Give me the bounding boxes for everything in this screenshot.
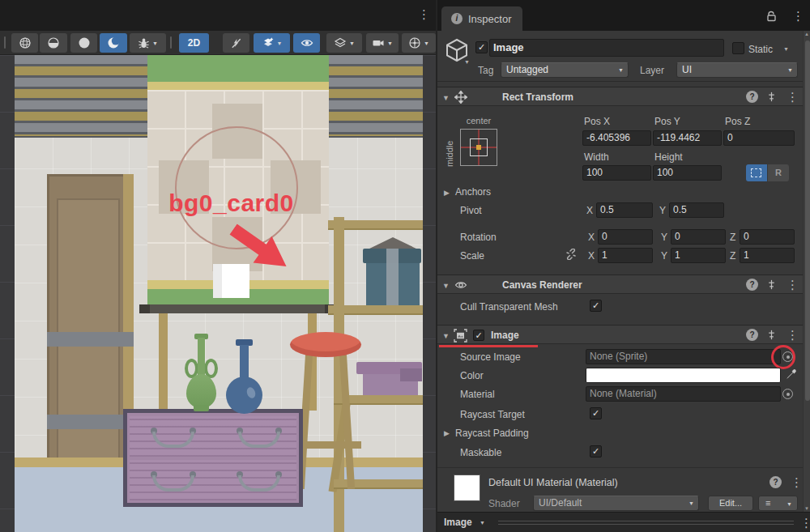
- source-image-field[interactable]: None (Sprite): [586, 349, 781, 364]
- drawer-handle: [237, 428, 282, 449]
- material-list-button[interactable]: ≡ ▼: [758, 496, 798, 511]
- scrollbar-down-icon[interactable]: ▼: [804, 506, 809, 511]
- rotation-x-field[interactable]: 0: [598, 229, 653, 245]
- scene-lighting-toggle[interactable]: [223, 33, 249, 53]
- scene-effects-toggle[interactable]: ▼: [254, 33, 290, 53]
- shader-dropdown[interactable]: UI/Default▼: [533, 496, 699, 511]
- preview-dropdown[interactable]: Image: [444, 517, 472, 528]
- maskable-checkbox[interactable]: ✓: [590, 445, 602, 458]
- image-enabled-checkbox[interactable]: ✓: [473, 330, 484, 341]
- scene-view[interactable]: ⋮ ▼ 2D ▼: [0, 0, 437, 532]
- edit-shader-button[interactable]: Edit...: [708, 496, 753, 511]
- scrollbar-track[interactable]: ▲ ▼: [803, 31, 810, 512]
- canvas-renderer-header[interactable]: ▼ Canvas Renderer ? ⋮: [437, 275, 803, 294]
- raycast-padding-foldout-icon[interactable]: ▶: [444, 429, 450, 437]
- rect-transform-header[interactable]: ▼ Rect Transform ? ⋮: [437, 87, 803, 106]
- image-component-icon: [454, 329, 467, 346]
- gameobject-caret-icon[interactable]: ▼: [464, 59, 470, 65]
- white-card-selected-object[interactable]: [213, 264, 249, 298]
- raycast-padding-label[interactable]: Raycast Padding: [455, 428, 529, 439]
- help-icon[interactable]: ?: [770, 476, 782, 488]
- draw-mode-solid-sphere-button[interactable]: [70, 33, 97, 53]
- help-icon[interactable]: ?: [746, 91, 758, 103]
- draw-mode-moon-button[interactable]: [100, 33, 127, 53]
- component-kebab-icon[interactable]: ⋮: [787, 91, 799, 103]
- green-vase-foot: [194, 405, 209, 411]
- color-swatch[interactable]: [586, 368, 781, 383]
- scrollbar-up-icon[interactable]: ▲: [804, 32, 809, 36]
- raw-edit-mode-button[interactable]: R: [768, 164, 789, 181]
- board-top-green[interactable]: [147, 55, 329, 82]
- blue-vase[interactable]: [226, 377, 262, 414]
- pos-y-field[interactable]: -119.4462: [653, 130, 722, 146]
- stool-seat[interactable]: [290, 332, 361, 357]
- annotation-picker-circle: [771, 345, 795, 369]
- eyedropper-icon[interactable]: [785, 368, 797, 384]
- height-field[interactable]: 100: [653, 165, 722, 181]
- tag-dropdown[interactable]: Untagged▼: [501, 62, 629, 78]
- foldout-icon[interactable]: ▼: [442, 332, 450, 340]
- active-checkbox[interactable]: ✓: [475, 41, 488, 53]
- anchor-preset-widget[interactable]: [460, 129, 497, 166]
- raycast-target-checkbox[interactable]: ✓: [590, 407, 602, 419]
- scale-x-field[interactable]: 1: [598, 248, 653, 263]
- chevron-down-icon: ▼: [787, 501, 792, 507]
- static-caret-icon[interactable]: ▼: [783, 46, 789, 52]
- scale-z-field[interactable]: 1: [740, 248, 795, 263]
- layer-dropdown[interactable]: UI▼: [676, 62, 798, 78]
- color-label: Color: [460, 370, 484, 381]
- help-icon[interactable]: ?: [746, 279, 758, 291]
- debug-draw-mode-button[interactable]: ▼: [130, 33, 166, 53]
- object-picker-icon[interactable]: [782, 389, 793, 399]
- pivot-x-field[interactable]: 0.5: [596, 202, 653, 218]
- presets-icon[interactable]: [765, 329, 778, 344]
- canvas-renderer-eye-icon: [454, 279, 467, 295]
- gizmos-dropdown-button[interactable]: ▼: [402, 33, 436, 53]
- presets-icon[interactable]: [765, 279, 778, 294]
- tab-inspector[interactable]: i Inspector: [441, 6, 522, 31]
- pos-x-field[interactable]: -6.405396: [582, 130, 651, 146]
- presets-icon[interactable]: [765, 91, 778, 106]
- stool-crossbar: [300, 441, 361, 449]
- annotation-card-label: bg0_card0: [136, 189, 326, 217]
- drag-handle-line[interactable]: [498, 521, 794, 521]
- material-kebab-icon[interactable]: ⋮: [791, 476, 803, 488]
- inspector-kebab-icon[interactable]: ⋮: [792, 10, 804, 22]
- scene-menu-kebab-icon[interactable]: ⋮: [418, 8, 430, 20]
- pivot-y-field[interactable]: 0.5: [669, 202, 724, 218]
- draw-mode-half-sphere-button[interactable]: [40, 33, 67, 53]
- cull-transparent-mesh-checkbox[interactable]: ✓: [590, 300, 602, 312]
- gameobject-name-field[interactable]: Image: [489, 39, 724, 57]
- scrollbar-thumb[interactable]: [805, 40, 810, 401]
- anchors-foldout-icon[interactable]: ▶: [444, 189, 450, 197]
- link-broken-icon[interactable]: [565, 249, 577, 263]
- width-field[interactable]: 100: [582, 165, 651, 181]
- mode-2d-toggle[interactable]: 2D: [179, 33, 209, 53]
- material-preview-swatch[interactable]: [454, 475, 480, 501]
- preview-bar: Image ▼ ⋮: [437, 512, 810, 532]
- green-vase[interactable]: [186, 374, 216, 408]
- layers-dropdown-button[interactable]: ▼: [326, 33, 362, 53]
- blueprint-mode-button[interactable]: [746, 164, 767, 181]
- drag-handle-line[interactable]: [498, 524, 794, 525]
- lock-icon[interactable]: [766, 11, 777, 25]
- component-kebab-icon[interactable]: ⋮: [787, 279, 799, 291]
- toolbar-separator: [4, 36, 6, 49]
- scale-y-field[interactable]: 1: [671, 248, 726, 263]
- rotation-y-field[interactable]: 0: [671, 229, 726, 245]
- rotation-label: Rotation: [460, 232, 497, 243]
- anchors-label[interactable]: Anchors: [455, 186, 491, 198]
- scene-visibility-toggle[interactable]: [293, 33, 320, 53]
- material-field[interactable]: None (Material): [586, 386, 781, 402]
- image-component-header[interactable]: ▼ ✓ Image ? ⋮: [437, 325, 803, 344]
- static-checkbox[interactable]: [732, 42, 744, 54]
- pos-z-field[interactable]: 0: [723, 130, 795, 146]
- preview-kebab-icon[interactable]: ⋮: [800, 517, 810, 529]
- component-kebab-icon[interactable]: ⋮: [787, 329, 799, 341]
- help-icon[interactable]: ?: [746, 329, 758, 341]
- draw-mode-wire-sphere-button[interactable]: [11, 33, 38, 53]
- rotation-z-field[interactable]: 0: [740, 229, 795, 245]
- foldout-icon[interactable]: ▼: [442, 94, 450, 102]
- camera-settings-button[interactable]: ▼: [366, 33, 399, 53]
- foldout-icon[interactable]: ▼: [442, 282, 450, 290]
